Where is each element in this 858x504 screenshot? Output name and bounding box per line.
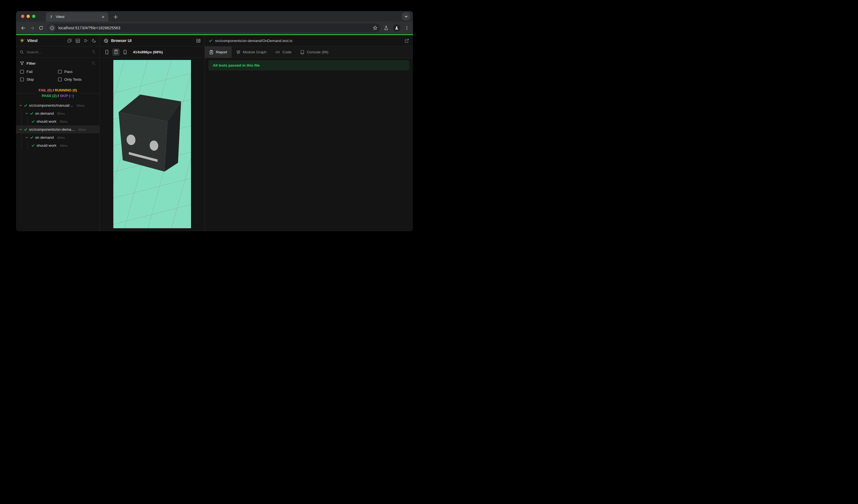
tree-suite-row[interactable]: on demand 43ms xyxy=(16,133,99,142)
experiments-flask-icon[interactable] xyxy=(384,26,388,30)
dark-mode-moon-icon[interactable] xyxy=(92,38,96,43)
chevron-down-icon[interactable] xyxy=(19,104,22,107)
run-all-play-icon[interactable] xyxy=(84,38,88,43)
chevron-down-icon[interactable] xyxy=(25,112,28,115)
duration-label: 43ms xyxy=(60,144,67,147)
filter-section: Filter Fail Pass Skip Only Tests xyxy=(16,58,99,84)
filter-option-fail[interactable]: Fail xyxy=(20,70,58,74)
indent-guide xyxy=(21,117,21,126)
indent-guide xyxy=(21,133,21,142)
address-bar[interactable]: localhost:5173/#/?file=1828625563 xyxy=(48,23,380,32)
duration-label: 56ms xyxy=(57,112,65,115)
fail-checkbox[interactable] xyxy=(20,70,24,74)
tab-search-chevron-button[interactable] xyxy=(402,12,410,20)
clear-filter-icon[interactable] xyxy=(92,50,96,54)
only-tests-checkbox[interactable] xyxy=(58,78,62,81)
tab-module-graph[interactable]: Module Graph xyxy=(232,46,271,58)
filter-option-skip[interactable]: Skip xyxy=(20,77,58,82)
console-icon xyxy=(300,50,304,54)
tree-suite-row[interactable]: on demand 56ms xyxy=(16,110,99,117)
site-info-icon[interactable] xyxy=(48,24,55,32)
open-external-icon[interactable] xyxy=(404,38,409,43)
pass-check-icon xyxy=(30,112,33,115)
chevron-down-icon[interactable] xyxy=(25,136,28,139)
url-text[interactable]: localhost:5173/#/?file=1828625563 xyxy=(58,26,372,30)
pass-check-icon xyxy=(31,120,35,123)
browser-ui-header: Browser UI xyxy=(100,35,205,46)
device-toolbar: 414x896px (68%) xyxy=(100,46,205,58)
test-summary: FAIL (0) / RUNNING (0) PASS (2) / SKIP (… xyxy=(16,87,99,100)
indent-guide xyxy=(28,117,28,126)
tab-title: Vitest xyxy=(56,15,98,19)
close-window-button[interactable] xyxy=(21,15,24,18)
collapse-panels-icon[interactable] xyxy=(67,38,72,43)
forward-icon[interactable] xyxy=(28,23,36,32)
back-icon[interactable] xyxy=(19,23,28,32)
browser-menu-kebab-icon[interactable] xyxy=(405,26,409,30)
search-input[interactable] xyxy=(27,50,89,54)
browser-window: Vitest ✕ localhost:5173/#/?file=18286255… xyxy=(16,11,413,231)
mobile-add-device-icon[interactable] xyxy=(112,48,120,56)
tab-console[interactable]: Console (69) xyxy=(296,46,333,58)
minimize-window-button[interactable] xyxy=(27,15,30,18)
vitest-sidebar: Vitest xyxy=(16,35,100,231)
maximize-window-button[interactable] xyxy=(32,15,35,18)
tab-strip: Vitest ✕ xyxy=(16,11,413,21)
tab-close-icon[interactable]: ✕ xyxy=(101,14,106,19)
globe-icon xyxy=(104,38,108,43)
module-graph-icon xyxy=(236,50,240,54)
file-path-header: src/components/on-demand/OnDemand.test.t… xyxy=(205,35,413,46)
vitest-logo-icon xyxy=(19,38,25,43)
browser-tab[interactable]: Vitest ✕ xyxy=(46,12,108,21)
chevron-down-icon[interactable] xyxy=(19,128,22,131)
search-icon xyxy=(20,50,24,54)
search-bar xyxy=(16,46,99,58)
mobile-device-icon[interactable] xyxy=(103,48,111,56)
clear-filter-icon[interactable] xyxy=(92,61,96,65)
summary-line-1: FAIL (0) / RUNNING (0) xyxy=(39,87,77,93)
pass-check-icon xyxy=(24,103,27,107)
tree-test-row[interactable]: should work 55ms xyxy=(16,117,99,126)
pass-check-icon xyxy=(31,144,35,147)
funnel-icon xyxy=(20,61,24,65)
tab-code[interactable]: Code xyxy=(271,46,296,58)
test-viewport[interactable] xyxy=(113,60,191,228)
filter-option-pass[interactable]: Pass xyxy=(58,70,96,74)
bookmark-star-icon[interactable] xyxy=(372,26,378,30)
browser-ui-title: Browser UI xyxy=(111,38,131,43)
tree-file-row-selected[interactable]: src/components/on-dema… 43ms xyxy=(16,126,99,133)
summary-line-2: PASS (2) / SKIP (--) xyxy=(39,93,77,99)
tab-report[interactable]: Report xyxy=(205,46,232,58)
indent-guide xyxy=(21,142,21,149)
reload-icon[interactable] xyxy=(36,23,45,32)
report-panel: src/components/on-demand/OnDemand.test.t… xyxy=(205,35,413,231)
dashboard-icon[interactable] xyxy=(76,38,80,43)
sidebar-header: Vitest xyxy=(16,35,99,46)
pass-check-icon xyxy=(24,128,27,131)
pass-checkbox[interactable] xyxy=(58,70,62,74)
duration-label: 55ms xyxy=(60,120,67,123)
pass-check-icon xyxy=(209,39,212,43)
dock-panel-right-icon[interactable] xyxy=(196,38,201,43)
filter-option-only-tests[interactable]: Only Tests xyxy=(58,77,96,82)
tree-file-row[interactable]: src/components/manual/… 56ms xyxy=(16,101,99,110)
browser-toolbar: localhost:5173/#/?file=1828625563 xyxy=(16,21,413,34)
all-tests-passed-banner: All tests passed in this file xyxy=(208,60,409,70)
duration-label: 43ms xyxy=(78,128,86,131)
profile-avatar[interactable] xyxy=(393,24,400,32)
mobile-small-device-icon[interactable] xyxy=(121,48,129,56)
file-path: src/components/on-demand/OnDemand.test.t… xyxy=(215,39,292,43)
report-tabs: Report Module Graph Code Console (69) xyxy=(205,46,413,58)
filter-title: Filter xyxy=(27,61,36,65)
app-title: Vitest xyxy=(27,38,37,43)
test-tree: src/components/manual/… 56ms on demand 5… xyxy=(16,100,99,231)
clipboard-icon xyxy=(209,50,213,54)
duration-label: 56ms xyxy=(77,104,84,107)
pass-check-icon xyxy=(30,136,33,139)
skip-checkbox[interactable] xyxy=(20,78,24,81)
tree-test-row[interactable]: should work 43ms xyxy=(16,142,99,149)
vitest-favicon-icon xyxy=(49,15,53,19)
traffic-lights xyxy=(16,11,39,21)
robot-cube-scene xyxy=(113,60,191,228)
new-tab-button[interactable] xyxy=(112,13,120,21)
